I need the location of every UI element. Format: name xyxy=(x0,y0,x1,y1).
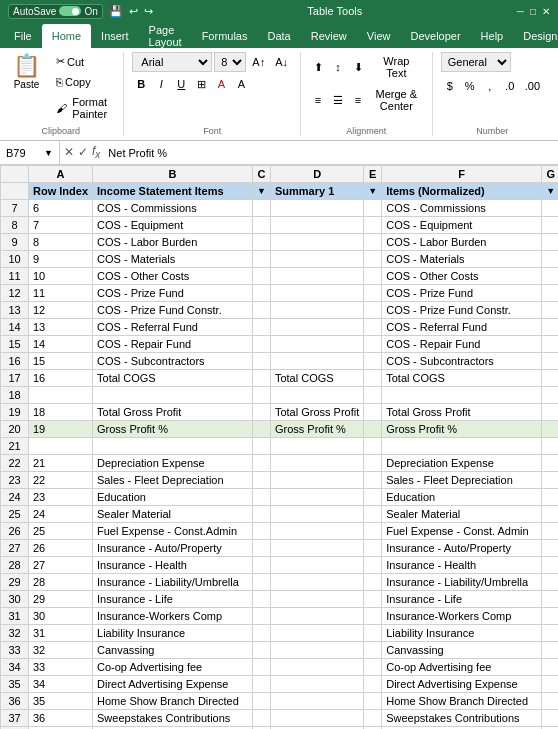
row-number[interactable]: 35 xyxy=(1,676,29,693)
cell[interactable]: 12 xyxy=(29,302,93,319)
increase-decimal-button[interactable]: .0 xyxy=(501,77,519,95)
percent-button[interactable]: % xyxy=(461,77,479,95)
cell[interactable]: Fuel Expense - Const. Admin xyxy=(382,523,542,540)
bold-button[interactable]: B xyxy=(132,75,150,93)
cell[interactable]: Insurance - Health xyxy=(382,557,542,574)
cell[interactable] xyxy=(253,472,271,489)
cell[interactable]: COS - Other Costs xyxy=(382,268,542,285)
cell[interactable] xyxy=(253,625,271,642)
cell[interactable] xyxy=(253,302,271,319)
cell[interactable] xyxy=(29,438,93,455)
decrease-font-button[interactable]: A↓ xyxy=(271,53,292,71)
cell[interactable] xyxy=(364,285,382,302)
cell[interactable] xyxy=(364,302,382,319)
align-center-button[interactable]: ☰ xyxy=(329,91,347,109)
cell[interactable] xyxy=(253,336,271,353)
row-number[interactable]: 18 xyxy=(1,387,29,404)
cell[interactable] xyxy=(270,472,363,489)
cell[interactable] xyxy=(253,438,271,455)
cell[interactable]: Sealer Material xyxy=(382,506,542,523)
cell[interactable] xyxy=(542,472,558,489)
cell[interactable] xyxy=(270,200,363,217)
cell[interactable] xyxy=(253,574,271,591)
cell[interactable] xyxy=(542,557,558,574)
cell[interactable] xyxy=(364,370,382,387)
cell[interactable]: COS - Labor Burden xyxy=(93,234,253,251)
cell[interactable] xyxy=(253,557,271,574)
cell[interactable]: Education xyxy=(93,489,253,506)
row-number[interactable]: 14 xyxy=(1,319,29,336)
name-box[interactable]: B79 ▼ xyxy=(0,141,60,164)
wrap-text-button[interactable]: Wrap Text xyxy=(369,52,424,82)
col-header-f[interactable]: F xyxy=(382,166,542,183)
tab-review[interactable]: Review xyxy=(301,24,357,48)
cell[interactable] xyxy=(364,540,382,557)
cell[interactable] xyxy=(270,319,363,336)
cell[interactable]: 10 xyxy=(29,268,93,285)
cell[interactable]: 13 xyxy=(29,319,93,336)
cell[interactable] xyxy=(542,642,558,659)
underline-button[interactable]: U xyxy=(172,75,190,93)
cell[interactable]: COS - Labor Burden xyxy=(382,234,542,251)
cell[interactable]: 30 xyxy=(29,608,93,625)
cell[interactable]: COS - Referral Fund xyxy=(382,319,542,336)
cell[interactable] xyxy=(270,455,363,472)
cell[interactable] xyxy=(270,693,363,710)
cell[interactable] xyxy=(364,523,382,540)
cell[interactable]: COS - Prize Fund xyxy=(382,285,542,302)
cell[interactable] xyxy=(542,574,558,591)
cell[interactable] xyxy=(253,540,271,557)
cell[interactable] xyxy=(364,421,382,438)
cell[interactable]: COS - Materials xyxy=(382,251,542,268)
cell[interactable]: Co-op Advertising fee xyxy=(93,659,253,676)
row-number[interactable]: 15 xyxy=(1,336,29,353)
cell[interactable] xyxy=(364,676,382,693)
row-number[interactable]: 30 xyxy=(1,591,29,608)
cell[interactable]: 18 xyxy=(29,404,93,421)
cell[interactable] xyxy=(253,676,271,693)
cell[interactable] xyxy=(270,489,363,506)
col-header-b[interactable]: B xyxy=(93,166,253,183)
cell[interactable]: Sales - Fleet Depreciation xyxy=(93,472,253,489)
row-number[interactable]: 31 xyxy=(1,608,29,625)
cell[interactable]: Home Show Branch Directed xyxy=(93,693,253,710)
cell[interactable] xyxy=(364,625,382,642)
cell[interactable] xyxy=(542,676,558,693)
cell[interactable]: Gross Profit % xyxy=(93,421,253,438)
cell[interactable] xyxy=(93,387,253,404)
cell[interactable] xyxy=(364,319,382,336)
cell[interactable] xyxy=(542,387,558,404)
row-number[interactable]: 32 xyxy=(1,625,29,642)
row-number[interactable]: 8 xyxy=(1,217,29,234)
cell[interactable] xyxy=(364,557,382,574)
cell[interactable]: COS - Commissions xyxy=(382,200,542,217)
cell[interactable]: Direct Advertising Expense xyxy=(382,676,542,693)
italic-button[interactable]: I xyxy=(152,75,170,93)
redo-icon[interactable]: ↪ xyxy=(144,5,153,18)
font-name-select[interactable]: Arial xyxy=(132,52,212,72)
cell[interactable] xyxy=(253,455,271,472)
cell[interactable] xyxy=(364,710,382,727)
row-number[interactable]: 9 xyxy=(1,234,29,251)
cell[interactable] xyxy=(364,659,382,676)
formula-input[interactable] xyxy=(104,147,558,159)
cell[interactable]: Insurance - Health xyxy=(93,557,253,574)
cell[interactable]: 7 xyxy=(29,217,93,234)
cell[interactable] xyxy=(542,251,558,268)
row-number[interactable]: 10 xyxy=(1,251,29,268)
cancel-formula-icon[interactable]: ✕ xyxy=(64,145,74,159)
col-filter-d[interactable]: ▼ xyxy=(364,183,382,200)
cell[interactable]: 16 xyxy=(29,370,93,387)
spreadsheet-container[interactable]: A B C D E F G H Row Index Income Stateme… xyxy=(0,165,558,729)
cell[interactable]: 21 xyxy=(29,455,93,472)
cell[interactable] xyxy=(364,455,382,472)
cell[interactable] xyxy=(542,421,558,438)
cell[interactable] xyxy=(542,302,558,319)
cell[interactable]: 22 xyxy=(29,472,93,489)
cell[interactable] xyxy=(270,625,363,642)
row-number[interactable]: 20 xyxy=(1,421,29,438)
cell[interactable]: COS - Repair Fund xyxy=(93,336,253,353)
autosave-toggle[interactable]: AutoSave On xyxy=(8,4,103,19)
cell[interactable] xyxy=(364,353,382,370)
cell[interactable]: COS - Equipment xyxy=(382,217,542,234)
